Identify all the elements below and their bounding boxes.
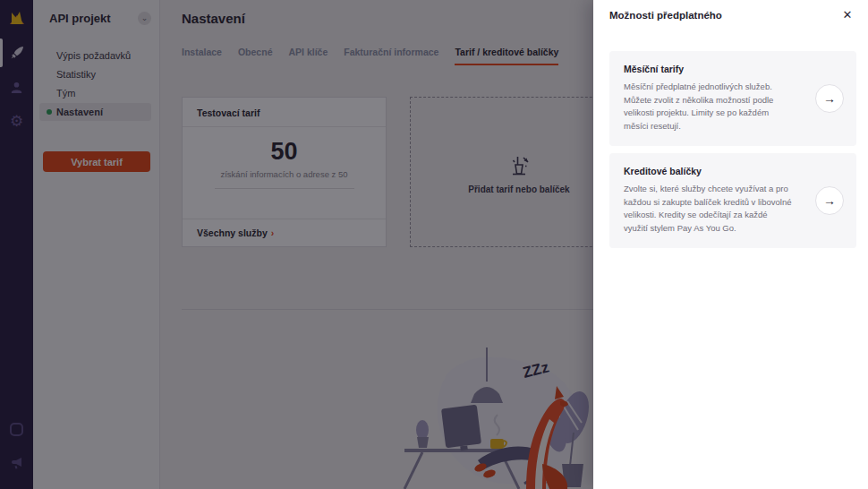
arrow-right-button[interactable]: → <box>815 186 844 215</box>
subscription-drawer: Možnosti předplatného ✕ Měsíční tarify M… <box>593 0 868 489</box>
option-description: Měsíční předplatné jednotlivých služeb. … <box>624 81 792 133</box>
option-credit-packages[interactable]: Kreditové balíčky Zvolte si, které služb… <box>609 153 856 248</box>
drawer-title: Možnosti předplatného <box>609 10 722 21</box>
arrow-right-button[interactable]: → <box>815 84 844 113</box>
close-icon[interactable]: ✕ <box>838 6 856 24</box>
arrow-right-icon: → <box>823 193 836 208</box>
option-title: Měsíční tarify <box>624 64 792 74</box>
option-description: Zvolte si, které služby chcete využívat … <box>624 183 792 236</box>
drawer-options: Měsíční tarify Měsíční předplatné jednot… <box>609 51 856 255</box>
option-monthly-tariffs[interactable]: Měsíční tarify Měsíční předplatné jednot… <box>609 51 856 146</box>
arrow-right-icon: → <box>823 91 836 106</box>
option-title: Kreditové balíčky <box>624 166 792 176</box>
